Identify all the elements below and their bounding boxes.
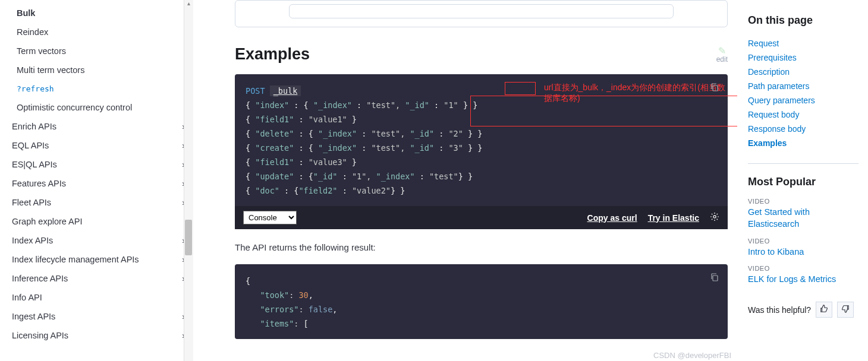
sidebar-item[interactable]: Reindex	[5, 23, 193, 42]
code-block-request: url直接为_bulk，_index为你的创建的索引(相当数据库名称) POST…	[235, 74, 728, 229]
sidebar-item-label: Licensing APIs	[12, 331, 68, 340]
toc-link[interactable]: Query parameters	[748, 93, 858, 107]
console-select[interactable]: Console	[243, 211, 297, 224]
sidebar-item[interactable]: Term vectors	[5, 42, 193, 61]
popular-link[interactable]: ELK for Logs & Metrics	[748, 273, 858, 285]
video-label: VIDEO	[748, 265, 858, 272]
sidebar-item[interactable]: Licensing APIs›	[5, 326, 193, 345]
toc-link[interactable]: Description	[748, 65, 858, 79]
sidebar-item-label: Fleet APIs	[12, 198, 51, 207]
sidebar-item-label: Reindex	[17, 27, 48, 37]
toc-link[interactable]: Path parameters	[748, 79, 858, 93]
sidebar-item[interactable]: Bulk	[5, 4, 193, 23]
sidebar-item[interactable]: Features APIs›	[5, 174, 193, 193]
video-label: VIDEO	[748, 238, 858, 245]
sidebar-item[interactable]: EQL APIs›	[5, 136, 193, 155]
sidebar-item-label: Graph explore API	[12, 217, 83, 226]
sidebar-item-label: EQL APIs	[12, 141, 49, 150]
sidebar-item-label: Enrich APIs	[12, 122, 56, 131]
right-sidebar: On this page RequestPrerequisitesDescrip…	[737, 0, 868, 361]
sidebar-item[interactable]: Inference APIs›	[5, 269, 193, 288]
sidebar-item-label: Bulk	[17, 8, 35, 18]
toc-link[interactable]: Request	[748, 36, 858, 50]
code-content: { "took": 30, "errors": false, "items": …	[235, 264, 728, 339]
sidebar-item[interactable]: Optimistic concurrency control	[5, 98, 193, 117]
sidebar-item[interactable]: Graph explore API	[5, 212, 193, 231]
sidebar-item[interactable]: Index APIs›	[5, 231, 193, 250]
sidebar-item-label: Optimistic concurrency control	[17, 103, 132, 112]
sidebar-item[interactable]: Info API	[5, 288, 193, 307]
sidebar-item[interactable]: ES|QL APIs›	[5, 155, 193, 174]
video-label: VIDEO	[748, 198, 858, 205]
try-in-elastic-link[interactable]: Try in Elastic	[648, 213, 699, 223]
popular-link[interactable]: Intro to Kibana	[748, 246, 858, 258]
sidebar-item[interactable]: Multi term vectors	[5, 61, 193, 80]
thumbs-up-button[interactable]	[816, 302, 832, 318]
popular-link[interactable]: Get Started with Elasticsearch	[748, 206, 858, 230]
sidebar-item[interactable]: Fleet APIs›	[5, 193, 193, 212]
code-toolbar: Console Copy as curl Try in Elastic	[235, 206, 728, 229]
toc-title: On this page	[748, 14, 858, 27]
copy-as-curl-link[interactable]: Copy as curl	[587, 213, 637, 223]
prev-card-outline	[235, 0, 728, 27]
sidebar-item-label: Inference APIs	[12, 274, 68, 283]
sidebar-item[interactable]: Index lifecycle management APIs›	[5, 250, 193, 269]
most-popular-title: Most Popular	[748, 176, 858, 188]
sidebar-item-label: Info API	[12, 293, 42, 302]
scrollbar-thumb[interactable]	[185, 220, 192, 255]
scrollbar-track: ▴	[184, 0, 193, 361]
sidebar-item[interactable]: ?refresh	[5, 80, 193, 98]
sidebar-item-label: ?refresh	[17, 84, 54, 93]
feedback-question: Was this helpful?	[748, 305, 811, 315]
sidebar-nav: BulkReindexTerm vectorsMulti term vector…	[0, 0, 193, 361]
sidebar-item[interactable]: Ingest APIs›	[5, 307, 193, 326]
sidebar-item-label: Ingest APIs	[12, 312, 55, 321]
result-intro-text: The API returns the following result:	[235, 242, 728, 252]
toc-link[interactable]: Prerequisites	[748, 50, 858, 65]
code-content: POST _bulk { "index" : { "_index" : "tes…	[235, 74, 728, 206]
divider	[748, 163, 858, 164]
gear-icon[interactable]	[710, 212, 719, 223]
sidebar-item-label: ES|QL APIs	[12, 160, 57, 169]
pencil-icon: ✎	[716, 46, 728, 56]
edit-link[interactable]: ✎ edit	[716, 46, 728, 63]
watermark: CSDN @developerFBI	[653, 351, 731, 360]
toc-link[interactable]: Request body	[748, 107, 858, 122]
sidebar-item-label: Index lifecycle management APIs	[12, 255, 139, 264]
section-heading: Examples	[235, 45, 310, 64]
sidebar-item-label: Multi term vectors	[17, 65, 84, 75]
thumbs-down-button[interactable]	[837, 302, 854, 318]
toc-link[interactable]: Response body	[748, 122, 858, 136]
sidebar-item[interactable]: Enrich APIs›	[5, 117, 193, 136]
main-content: Examples ✎ edit url直接为_bulk，_index为你的创建的…	[193, 0, 737, 361]
toc-link[interactable]: Examples	[748, 136, 858, 150]
scroll-up-arrow[interactable]: ▴	[184, 0, 193, 10]
prev-card-inner	[289, 4, 674, 18]
code-block-response: { "took": 30, "errors": false, "items": …	[235, 264, 728, 339]
sidebar-item-label: Features APIs	[12, 179, 66, 188]
svg-point-1	[713, 216, 716, 218]
sidebar-item-label: Index APIs	[12, 236, 53, 245]
sidebar-item-label: Term vectors	[17, 46, 66, 56]
